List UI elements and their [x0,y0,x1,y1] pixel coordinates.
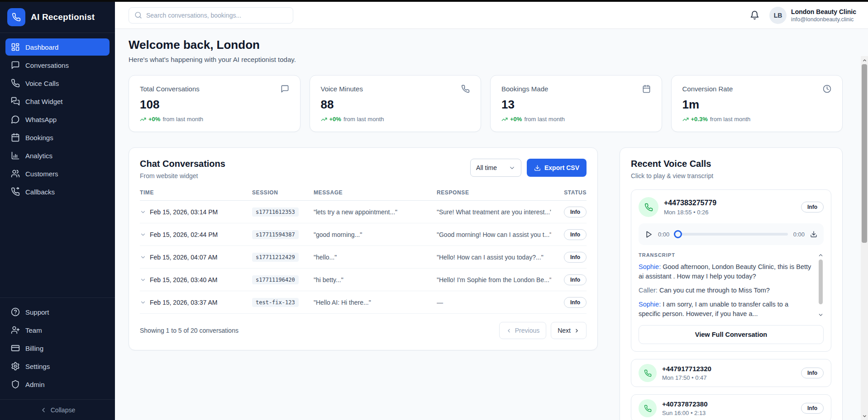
bell-icon[interactable] [750,10,759,20]
info-badge[interactable]: Info [564,297,587,308]
phone-icon [11,79,20,88]
trending-up-icon [140,116,146,123]
row-message: "hello..." [314,254,437,261]
phone-callback-icon [11,187,20,196]
chevron-down-icon[interactable] [140,209,146,215]
sidebar-item-admin[interactable]: Admin [5,376,110,393]
chevron-down-icon[interactable] [818,312,824,318]
transcript-speaker: Sophie: [639,263,661,270]
player-seek-slider[interactable] [675,233,787,236]
transcript-scrollbar[interactable] [818,252,824,318]
clock-icon [823,85,831,93]
sidebar-item-voice-calls[interactable]: Voice Calls [5,75,110,92]
column-header-status: STATUS [551,189,587,196]
chat-widget-icon [11,97,20,106]
scrollbar-thumb[interactable] [862,64,867,243]
sidebar-item-whatsapp[interactable]: WhatsApp [5,111,110,128]
user-plus-icon [11,326,20,335]
chevron-down-icon[interactable] [140,254,146,260]
info-badge[interactable]: Info [564,252,587,263]
sidebar-item-label: Chat Widget [25,98,63,105]
recent-voice-calls-panel: Recent Voice Calls Click to play & view … [620,147,843,420]
voice-call-card[interactable]: +447917712320 Mon 17:50 • 0:47 Info [631,359,831,387]
stats-row: Total Conversations 108 +0% from last mo… [129,75,843,132]
play-icon[interactable] [645,231,653,238]
voice-call-card-expanded[interactable]: +447383275779 Mon 18:55 • 0:26 Info 0:00… [631,189,831,352]
info-badge[interactable]: Info [801,403,824,414]
row-time: Feb 15, 2026, 02:44 PM [150,231,218,238]
chevron-up-icon[interactable] [818,252,824,258]
page-scrollbar[interactable] [861,56,868,420]
stat-change-suffix: from last month [162,116,203,123]
sidebar-item-settings[interactable]: Settings [5,358,110,375]
phone-icon [639,364,657,382]
table-row[interactable]: Feb 15, 2026, 03:14 PM s17711612353 "let… [140,201,587,223]
stat-card-bookings-made: Bookings Made 13 +0% from last month [490,75,662,132]
previous-page-button[interactable]: Previous [499,322,546,339]
search-input[interactable] [146,12,287,19]
calendar-icon [11,133,20,142]
table-row[interactable]: Feb 15, 2026, 02:44 PM s17711594387 "goo… [140,223,587,246]
chevron-right-icon [574,328,580,334]
table-row[interactable]: Feb 15, 2026, 04:07 AM s17711212429 "hel… [140,246,587,269]
chat-panel-subtitle: From website widget [140,172,225,179]
sidebar-collapse-button[interactable]: Collapse [0,399,115,420]
chevron-down-icon[interactable] [140,299,146,306]
sidebar-item-team[interactable]: Team [5,321,110,339]
voice-call-card[interactable]: +40737872380 Sun 16:00 • 2:13 Info [631,394,831,420]
search-box[interactable] [129,7,293,24]
sidebar-item-support[interactable]: Support [5,303,110,321]
pagination-summary: Showing 1 to 5 of 20 conversations [140,327,238,334]
info-badge[interactable]: Info [801,368,824,378]
download-icon[interactable] [810,231,817,238]
session-badge: s17711594387 [252,230,299,239]
session-badge: test-fix-123 [252,298,299,307]
sidebar-item-customers[interactable]: Customers [5,165,110,182]
transcript-label: TRANSCRIPT [639,252,812,258]
sidebar-item-dashboard[interactable]: Dashboard [5,38,110,56]
next-page-button[interactable]: Next [551,322,587,339]
sidebar-item-bookings[interactable]: Bookings [5,129,110,146]
transcript-section: TRANSCRIPT Sophie: Good afternoon, Londo… [639,252,824,319]
call-number: +40737872380 [662,400,796,408]
row-message: "Hello AI: Hi there..." [314,299,437,306]
chat-panel-title: Chat Conversations [140,159,225,169]
player-current-time: 0:00 [658,231,669,238]
stat-change: +0% [329,116,341,123]
export-csv-button[interactable]: Export CSV [527,159,587,177]
info-badge[interactable]: Info [801,202,824,212]
time-filter-select[interactable]: All time [470,159,521,177]
info-badge[interactable]: Info [564,274,587,285]
table-row[interactable]: Feb 15, 2026, 03:40 AM s17711196420 "hi … [140,269,587,291]
stat-change-suffix: from last month [710,116,751,123]
stat-value: 88 [321,98,470,112]
stat-change-suffix: from last month [343,116,384,123]
sidebar-item-chat-widget[interactable]: Chat Widget [5,93,110,110]
scrollbar-down-arrow[interactable] [861,413,868,419]
scrollbar-up-arrow[interactable] [861,57,868,63]
stat-value: 108 [140,98,289,112]
row-response: — [437,299,551,306]
page-subtitle: Here's what's happening with your AI rec… [129,56,843,63]
chevron-down-icon[interactable] [140,231,146,238]
player-slider-thumb[interactable] [674,230,682,238]
info-badge[interactable]: Info [564,229,587,240]
download-icon [534,165,541,171]
search-icon [134,11,142,19]
info-badge[interactable]: Info [564,207,587,217]
table-row[interactable]: Feb 15, 2026, 03:37 AM test-fix-123 "Hel… [140,291,587,314]
user-menu[interactable]: LB London Beauty Clinic info@londonbeaut… [769,7,856,24]
row-response: "Hello! How can I assist you today?..." [437,254,551,261]
phone-icon [639,197,658,217]
sidebar-item-analytics[interactable]: Analytics [5,147,110,164]
sidebar-item-conversations[interactable]: Conversations [5,57,110,74]
sidebar-item-label: Settings [25,363,50,370]
sidebar-item-callbacks[interactable]: Callbacks [5,183,110,200]
session-badge: s17711612353 [252,208,299,217]
transcript-scrollbar-thumb[interactable] [819,260,823,304]
sidebar-item-billing[interactable]: Billing [5,340,110,357]
table-header: TIME SESSION MESSAGE RESPONSE STATUS [140,189,587,201]
sidebar-item-label: Voice Calls [25,80,59,87]
chevron-down-icon[interactable] [140,277,146,283]
view-full-conversation-button[interactable]: View Full Conversation [639,325,824,344]
